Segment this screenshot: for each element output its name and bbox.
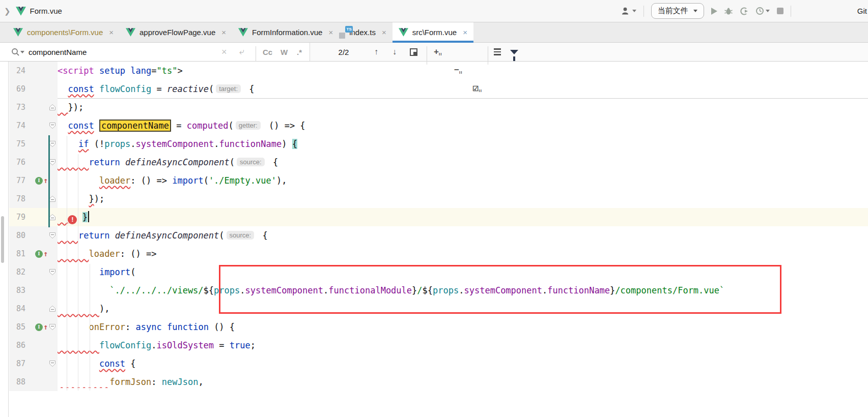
select-all-occurrences-button[interactable]: ☑II <box>472 79 868 98</box>
close-tab-icon[interactable]: × <box>109 28 114 37</box>
code-text[interactable]: flowConfig.isOldSystem = true; <box>58 336 868 354</box>
search-options-icon[interactable] <box>494 43 501 61</box>
line-number[interactable]: 87 <box>9 354 26 373</box>
code-text[interactable]: return defineAsyncComponent(source: { <box>58 226 868 245</box>
implemented-marker-icon[interactable]: I↑ <box>35 250 48 258</box>
code-line-80[interactable]: 80 return defineAsyncComponent(source: { <box>9 226 868 245</box>
line-number[interactable]: 75 <box>9 135 26 153</box>
code-text[interactable]: formJson: newJson, <box>58 373 868 391</box>
code-token: reactive <box>167 84 209 94</box>
code-line-81[interactable]: 81I↑ loader: () => <box>9 245 868 263</box>
open-in-find-window-icon[interactable] <box>410 43 417 61</box>
regex-toggle[interactable]: .* <box>297 43 302 61</box>
line-number[interactable]: 74 <box>9 116 26 135</box>
editor-tab[interactable]: components\Form.vue× <box>7 22 120 42</box>
code-text[interactable]: if (!props.systemComponent.functionName)… <box>58 135 868 153</box>
code-text[interactable]: return defineAsyncComponent(source: { <box>58 153 868 171</box>
line-number[interactable]: 84 <box>9 300 26 318</box>
error-bulb-icon[interactable]: ! <box>68 215 77 224</box>
code-token: ( <box>219 230 224 241</box>
close-tab-icon[interactable]: × <box>328 28 333 37</box>
code-text[interactable]: }); <box>58 98 868 116</box>
line-number[interactable]: 69 <box>9 80 26 98</box>
code-line-88[interactable]: 88 formJson: newJson, <box>9 373 868 391</box>
next-occurrence-button[interactable]: ↓ <box>393 43 397 61</box>
line-number[interactable]: 77 <box>9 171 26 190</box>
code-text[interactable]: loader: () => <box>58 245 868 263</box>
fold-column <box>49 245 58 263</box>
code-text[interactable]: loader: () => import('./Empty.vue'), <box>58 171 868 190</box>
fold-marker-icon[interactable] <box>49 98 58 116</box>
line-number[interactable]: 88 <box>9 373 26 391</box>
fold-marker-icon[interactable] <box>49 116 58 135</box>
fold-marker-icon[interactable] <box>49 226 58 245</box>
editor-tab[interactable]: approveFlowPage.vue× <box>120 22 232 42</box>
code-token: ( <box>204 175 209 186</box>
implemented-marker-icon[interactable]: I↑ <box>35 177 48 185</box>
stop-button[interactable] <box>777 8 783 14</box>
line-number[interactable]: 86 <box>9 336 26 354</box>
run-configuration-selector[interactable]: 当前文件 <box>651 3 704 19</box>
whole-words-toggle[interactable]: W <box>281 43 288 61</box>
scrollbar-thumb[interactable] <box>1 216 4 263</box>
clear-search-icon[interactable]: × <box>221 43 227 61</box>
code-line-86[interactable]: 86 flowConfig.isOldSystem = true; <box>9 336 868 354</box>
code-text[interactable]: const { <box>58 354 868 373</box>
code-line-73[interactable]: 73 }); <box>9 98 868 116</box>
code-line-75[interactable]: 75 if (!props.systemComponent.functionNa… <box>9 135 868 153</box>
code-token: ( <box>209 84 214 94</box>
code-token: = <box>171 121 187 131</box>
editor-tab[interactable]: src\Form.vue× <box>393 22 473 42</box>
fold-marker-icon[interactable] <box>49 263 58 281</box>
code-text[interactable]: onError: async function () { <box>58 318 868 336</box>
line-number[interactable]: 81 <box>9 245 26 263</box>
code-line-79[interactable]: 79 ! } <box>9 208 868 226</box>
run-button[interactable] <box>711 8 717 15</box>
line-number[interactable]: 80 <box>9 226 26 245</box>
code-text[interactable]: const componentName = computed(getter: (… <box>58 116 868 135</box>
line-number[interactable]: 85 <box>9 318 26 336</box>
code-line-74[interactable]: 74 const componentName = computed(getter… <box>9 116 868 135</box>
fold-marker-icon[interactable] <box>49 190 58 208</box>
fold-marker-icon[interactable] <box>49 300 58 318</box>
editor-tab[interactable]: TSindex.ts× <box>339 22 392 42</box>
previous-occurrence-button[interactable]: ↑ <box>374 43 378 61</box>
search-icon[interactable] <box>11 43 24 61</box>
fold-marker-icon[interactable] <box>49 135 58 153</box>
code-line-85[interactable]: 85I↑ onError: async function () { <box>9 318 868 336</box>
implemented-marker-icon[interactable]: I↑ <box>35 323 48 331</box>
fold-marker-icon[interactable] <box>49 318 58 336</box>
code-line-87[interactable]: 87 const { <box>9 354 868 373</box>
line-number[interactable]: 83 <box>9 281 26 300</box>
code-text[interactable]: ! } <box>58 208 868 226</box>
code-line-78[interactable]: 78 }); <box>9 190 868 208</box>
search-input[interactable]: componentName <box>29 43 87 61</box>
line-number[interactable]: 78 <box>9 190 26 208</box>
code-text[interactable]: }); <box>58 190 868 208</box>
code-editor[interactable]: 6565 24<script setup lang="ts">69 const … <box>0 62 868 417</box>
git-menu[interactable]: Git <box>857 7 867 15</box>
match-case-toggle[interactable]: Cc <box>263 43 272 61</box>
close-tab-icon[interactable]: × <box>382 28 386 37</box>
line-number[interactable]: 82 <box>9 263 26 281</box>
code-line-77[interactable]: 77I↑ loader: () => import('./Empty.vue')… <box>9 171 868 190</box>
code-token: }); <box>68 102 83 112</box>
line-number[interactable]: 76 <box>9 153 26 171</box>
fold-marker-icon[interactable] <box>49 354 58 373</box>
close-tab-icon[interactable]: × <box>463 28 467 37</box>
filter-icon[interactable] <box>510 43 518 61</box>
run-with-coverage-button[interactable] <box>740 7 748 15</box>
debug-button[interactable] <box>724 7 733 15</box>
line-number[interactable]: 79 <box>9 208 26 226</box>
new-line-icon[interactable]: ⤶ <box>239 43 244 61</box>
close-tab-icon[interactable]: × <box>221 28 226 37</box>
line-number[interactable]: 24 <box>9 62 26 80</box>
code-line-76[interactable]: 76 return defineAsyncComponent(source: { <box>9 153 868 171</box>
fold-marker-icon[interactable] <box>49 153 58 171</box>
user-account-button[interactable] <box>622 7 636 15</box>
remove-occurrence-button[interactable]: −II <box>454 61 868 79</box>
fold-marker-icon[interactable] <box>49 208 58 226</box>
editor-tab[interactable]: FormInformation.vue× <box>232 22 339 42</box>
profiler-button[interactable] <box>755 7 770 15</box>
line-number[interactable]: 73 <box>9 98 26 116</box>
